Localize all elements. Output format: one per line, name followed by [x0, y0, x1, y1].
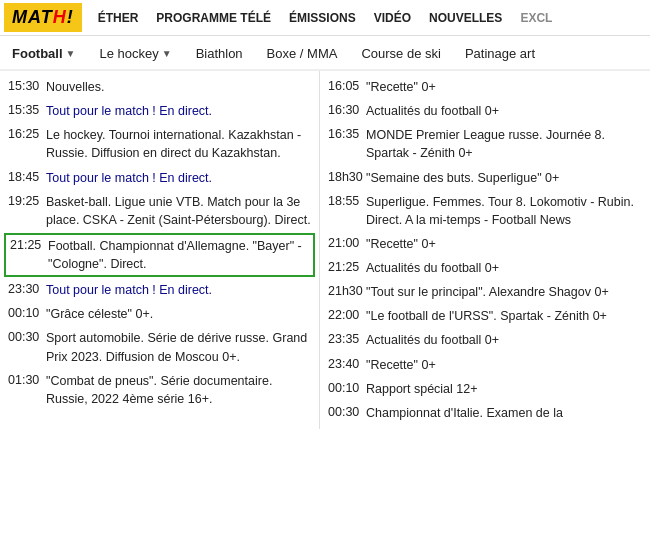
schedule-time: 00:30	[8, 329, 46, 344]
top-navbar: MATH! ÉTHER PROGRAMME TÉLÉ ÉMISSIONS VID…	[0, 0, 650, 36]
schedule-time: 23:35	[328, 331, 366, 346]
schedule-desc: Le hockey. Tournoi international. Kazakh…	[46, 126, 311, 162]
schedule-desc[interactable]: Tout pour le match ! En direct.	[46, 281, 212, 299]
left-schedule-row: 01:30"Combat de pneus". Série documentai…	[0, 369, 319, 411]
schedule-desc: "Semaine des buts. Superligue" 0+	[366, 169, 559, 187]
subnav-patinage-label: Patinage art	[465, 46, 535, 61]
schedule-desc: Nouvelles.	[46, 78, 104, 96]
left-schedule-row: 23:30Tout pour le match ! En direct.	[0, 278, 319, 302]
schedule-time: 18:55	[328, 193, 366, 208]
subnav-boxe[interactable]: Boxe / MMA	[255, 42, 350, 65]
schedule-desc: Rapport spécial 12+	[366, 380, 478, 398]
schedule-time: 15:35	[8, 102, 46, 117]
schedule-desc: Actualités du football 0+	[366, 331, 499, 349]
schedule-desc[interactable]: Tout pour le match ! En direct.	[46, 169, 212, 187]
schedule-time: 23:40	[328, 356, 366, 371]
subnav-biathlon[interactable]: Biathlon	[184, 42, 255, 65]
subnav-hockey-label: Le hockey	[99, 46, 158, 61]
schedule-time: 00:10	[328, 380, 366, 395]
nav-items: ÉTHER PROGRAMME TÉLÉ ÉMISSIONS VIDÉO NOU…	[90, 11, 646, 25]
schedule-time: 16:35	[328, 126, 366, 141]
subnav-football[interactable]: Football ▼	[0, 42, 87, 65]
schedule-time: 18:45	[8, 169, 46, 184]
nav-emissions[interactable]: ÉMISSIONS	[281, 11, 364, 25]
nav-nouvelles[interactable]: NOUVELLES	[421, 11, 510, 25]
schedule-desc: "Recette" 0+	[366, 235, 436, 253]
nav-video[interactable]: VIDÉO	[366, 11, 419, 25]
subnav-patinage[interactable]: Patinage art	[453, 42, 547, 65]
schedule-time: 16:05	[328, 78, 366, 93]
right-schedule-column: 16:05"Recette" 0+16:30Actualités du foot…	[320, 71, 650, 429]
schedule-time: 19:25	[8, 193, 46, 208]
schedule-desc: Actualités du football 0+	[366, 102, 499, 120]
schedule-time: 21h30	[328, 283, 366, 298]
schedule-desc: Championnat d'Italie. Examen de la	[366, 404, 563, 422]
main-content: 15:30Nouvelles.15:35Tout pour le match !…	[0, 71, 650, 429]
left-schedule-row: 15:35Tout pour le match ! En direct.	[0, 99, 319, 123]
schedule-desc[interactable]: Tout pour le match ! En direct.	[46, 102, 212, 120]
schedule-desc: Superligue. Femmes. Tour 8. Lokomotiv - …	[366, 193, 642, 229]
schedule-time: 23:30	[8, 281, 46, 296]
nav-ether[interactable]: ÉTHER	[90, 11, 147, 25]
schedule-desc: "Recette" 0+	[366, 78, 436, 96]
sub-navbar: Football ▼ Le hockey ▼ Biathlon Boxe / M…	[0, 36, 650, 71]
left-schedule-row: 21:25Football. Championnat d'Allemagne. …	[4, 233, 315, 277]
left-schedule-row: 00:30Sport automobile. Série de dérive r…	[0, 326, 319, 368]
right-schedule-row: 16:05"Recette" 0+	[320, 75, 650, 99]
schedule-time: 22:00	[328, 307, 366, 322]
left-schedule-row: 18:45Tout pour le match ! En direct.	[0, 166, 319, 190]
right-schedule-row: 23:40"Recette" 0+	[320, 353, 650, 377]
left-schedule-column: 15:30Nouvelles.15:35Tout pour le match !…	[0, 71, 320, 429]
schedule-desc: Sport automobile. Série de dérive russe.…	[46, 329, 311, 365]
right-schedule-row: 00:10Rapport spécial 12+	[320, 377, 650, 401]
schedule-time: 16:30	[328, 102, 366, 117]
subnav-hockey[interactable]: Le hockey ▼	[87, 42, 183, 65]
schedule-time: 15:30	[8, 78, 46, 93]
right-schedule-row: 18:55Superligue. Femmes. Tour 8. Lokomot…	[320, 190, 650, 232]
right-schedule-row: 22:00"Le football de l'URSS". Spartak - …	[320, 304, 650, 328]
logo[interactable]: MATH!	[4, 3, 82, 32]
nav-programme[interactable]: PROGRAMME TÉLÉ	[148, 11, 279, 25]
schedule-desc: MONDE Premier League russe. Journée 8. S…	[366, 126, 642, 162]
right-schedule-row: 16:30Actualités du football 0+	[320, 99, 650, 123]
schedule-desc: Actualités du football 0+	[366, 259, 499, 277]
subnav-biathlon-label: Biathlon	[196, 46, 243, 61]
right-schedule-row: 16:35MONDE Premier League russe. Journée…	[320, 123, 650, 165]
subnav-football-label: Football	[12, 46, 63, 61]
right-schedule-row: 00:30Championnat d'Italie. Examen de la	[320, 401, 650, 425]
schedule-time: 00:10	[8, 305, 46, 320]
schedule-desc: "Recette" 0+	[366, 356, 436, 374]
nav-excl[interactable]: EXCL	[512, 11, 560, 25]
schedule-desc: "Le football de l'URSS". Spartak - Zénit…	[366, 307, 607, 325]
schedule-desc: Football. Championnat d'Allemagne. "Baye…	[48, 237, 309, 273]
left-schedule-row: 15:30Nouvelles.	[0, 75, 319, 99]
subnav-course[interactable]: Course de ski	[349, 42, 452, 65]
schedule-time: 16:25	[8, 126, 46, 141]
left-schedule-row: 19:25Basket-ball. Ligue unie VTB. Match …	[0, 190, 319, 232]
subnav-course-label: Course de ski	[361, 46, 440, 61]
schedule-time: 01:30	[8, 372, 46, 387]
right-schedule-row: 23:35Actualités du football 0+	[320, 328, 650, 352]
left-schedule-row: 16:25Le hockey. Tournoi international. K…	[0, 123, 319, 165]
schedule-desc: "Grâce céleste" 0+.	[46, 305, 153, 323]
chevron-down-icon: ▼	[66, 48, 76, 59]
schedule-desc: "Tout sur le principal". Alexandre Shago…	[366, 283, 609, 301]
schedule-time: 21:00	[328, 235, 366, 250]
right-schedule-row: 21h30"Tout sur le principal". Alexandre …	[320, 280, 650, 304]
schedule-time: 18h30	[328, 169, 366, 184]
schedule-time: 00:30	[328, 404, 366, 419]
chevron-down-icon: ▼	[162, 48, 172, 59]
schedule-desc: "Combat de pneus". Série documentaire. R…	[46, 372, 311, 408]
left-schedule-row: 00:10"Grâce céleste" 0+.	[0, 302, 319, 326]
right-schedule-row: 21:25Actualités du football 0+	[320, 256, 650, 280]
schedule-time: 21:25	[10, 237, 48, 252]
logo-h: H	[53, 7, 67, 27]
right-schedule-row: 21:00"Recette" 0+	[320, 232, 650, 256]
schedule-desc: Basket-ball. Ligue unie VTB. Match pour …	[46, 193, 311, 229]
subnav-boxe-label: Boxe / MMA	[267, 46, 338, 61]
schedule-time: 21:25	[328, 259, 366, 274]
right-schedule-row: 18h30"Semaine des buts. Superligue" 0+	[320, 166, 650, 190]
